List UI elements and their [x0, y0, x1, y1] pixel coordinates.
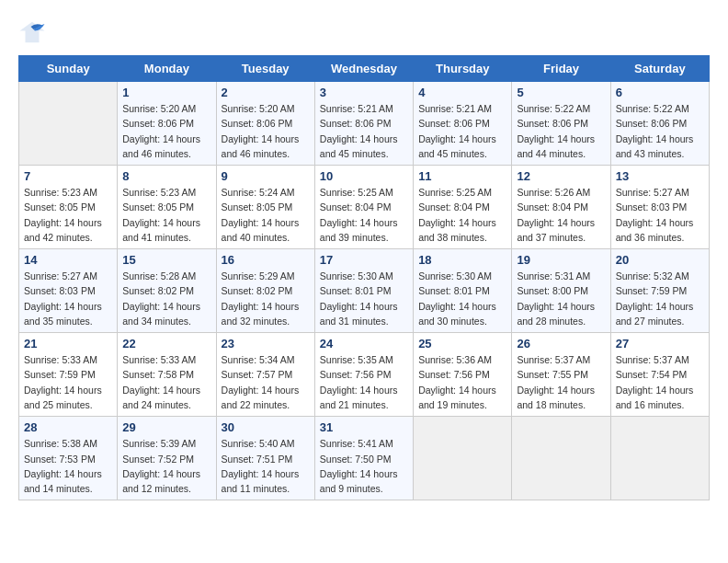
day-number: 17 [320, 253, 408, 267]
day-number: 11 [418, 169, 506, 183]
day-info: Sunrise: 5:20 AMSunset: 8:06 PMDaylight:… [222, 101, 310, 161]
day-number: 8 [122, 169, 210, 183]
day-info: Sunrise: 5:25 AMSunset: 8:04 PMDaylight:… [418, 185, 506, 245]
calendar-cell: 15Sunrise: 5:28 AMSunset: 8:02 PMDayligh… [118, 249, 216, 333]
weekday-header-saturday: Saturday [610, 56, 709, 82]
logo [18, 18, 50, 46]
calendar-week-row: 21Sunrise: 5:33 AMSunset: 7:59 PMDayligh… [19, 333, 710, 417]
calendar-cell [512, 417, 610, 500]
calendar-cell: 6Sunrise: 5:22 AMSunset: 8:06 PMDaylight… [610, 82, 709, 166]
day-number: 5 [517, 86, 605, 99]
calendar-cell: 16Sunrise: 5:29 AMSunset: 8:02 PMDayligh… [216, 249, 314, 333]
calendar-cell: 27Sunrise: 5:37 AMSunset: 7:54 PMDayligh… [610, 333, 709, 417]
day-info: Sunrise: 5:30 AMSunset: 8:01 PMDaylight:… [418, 269, 506, 328]
calendar-cell: 28Sunrise: 5:38 AMSunset: 7:53 PMDayligh… [19, 417, 118, 500]
day-number: 16 [222, 253, 310, 267]
calendar-cell: 25Sunrise: 5:36 AMSunset: 7:56 PMDayligh… [414, 333, 512, 417]
day-number: 12 [517, 169, 605, 183]
day-number: 27 [616, 337, 704, 350]
day-info: Sunrise: 5:37 AMSunset: 7:54 PMDaylight:… [616, 352, 704, 412]
calendar-cell [610, 417, 709, 500]
calendar-cell: 18Sunrise: 5:30 AMSunset: 8:01 PMDayligh… [414, 249, 512, 333]
day-number: 9 [222, 169, 310, 183]
day-info: Sunrise: 5:21 AMSunset: 8:06 PMDaylight:… [418, 101, 506, 161]
day-number: 22 [122, 337, 210, 350]
calendar-cell: 11Sunrise: 5:25 AMSunset: 8:04 PMDayligh… [414, 166, 512, 249]
calendar-week-row: 1Sunrise: 5:20 AMSunset: 8:06 PMDaylight… [19, 82, 710, 166]
day-info: Sunrise: 5:32 AMSunset: 7:59 PMDaylight:… [616, 269, 704, 328]
calendar-cell: 3Sunrise: 5:21 AMSunset: 8:06 PMDaylight… [314, 82, 413, 166]
day-info: Sunrise: 5:22 AMSunset: 8:06 PMDaylight:… [616, 101, 704, 161]
day-info: Sunrise: 5:34 AMSunset: 7:57 PMDaylight:… [222, 352, 310, 412]
calendar-cell: 4Sunrise: 5:21 AMSunset: 8:06 PMDaylight… [414, 82, 512, 166]
day-number: 23 [222, 337, 310, 350]
day-number: 7 [24, 169, 112, 183]
calendar-cell: 1Sunrise: 5:20 AMSunset: 8:06 PMDaylight… [118, 82, 216, 166]
day-info: Sunrise: 5:33 AMSunset: 7:58 PMDaylight:… [122, 352, 210, 412]
weekday-header-monday: Monday [118, 56, 216, 82]
day-number: 30 [222, 420, 310, 434]
day-number: 14 [24, 253, 112, 267]
logo-bird-icon [18, 18, 46, 46]
day-number: 2 [222, 86, 310, 99]
day-info: Sunrise: 5:39 AMSunset: 7:52 PMDaylight:… [122, 436, 210, 496]
calendar-cell [19, 82, 118, 166]
day-number: 10 [320, 169, 408, 183]
calendar-cell: 5Sunrise: 5:22 AMSunset: 8:06 PMDaylight… [512, 82, 610, 166]
calendar-cell: 12Sunrise: 5:26 AMSunset: 8:04 PMDayligh… [512, 166, 610, 249]
day-number: 18 [418, 253, 506, 267]
day-info: Sunrise: 5:23 AMSunset: 8:05 PMDaylight:… [122, 185, 210, 245]
day-info: Sunrise: 5:26 AMSunset: 8:04 PMDaylight:… [517, 185, 605, 245]
day-info: Sunrise: 5:24 AMSunset: 8:05 PMDaylight:… [222, 185, 310, 245]
day-number: 21 [24, 337, 112, 350]
calendar-week-row: 14Sunrise: 5:27 AMSunset: 8:03 PMDayligh… [19, 249, 710, 333]
day-number: 6 [616, 86, 704, 99]
day-info: Sunrise: 5:21 AMSunset: 8:06 PMDaylight:… [320, 101, 408, 161]
calendar-table: SundayMondayTuesdayWednesdayThursdayFrid… [18, 55, 710, 500]
weekday-header-wednesday: Wednesday [314, 56, 413, 82]
day-number: 28 [24, 420, 112, 434]
day-number: 26 [517, 337, 605, 350]
day-number: 4 [418, 86, 506, 99]
calendar-cell: 22Sunrise: 5:33 AMSunset: 7:58 PMDayligh… [118, 333, 216, 417]
day-info: Sunrise: 5:41 AMSunset: 7:50 PMDaylight:… [320, 436, 408, 496]
page-header [18, 18, 710, 46]
calendar-cell: 23Sunrise: 5:34 AMSunset: 7:57 PMDayligh… [216, 333, 314, 417]
day-number: 24 [320, 337, 408, 350]
calendar-cell: 31Sunrise: 5:41 AMSunset: 7:50 PMDayligh… [314, 417, 413, 500]
day-info: Sunrise: 5:28 AMSunset: 8:02 PMDaylight:… [122, 269, 210, 328]
calendar-cell: 21Sunrise: 5:33 AMSunset: 7:59 PMDayligh… [19, 333, 118, 417]
day-number: 13 [616, 169, 704, 183]
calendar-cell: 24Sunrise: 5:35 AMSunset: 7:56 PMDayligh… [314, 333, 413, 417]
calendar-cell: 17Sunrise: 5:30 AMSunset: 8:01 PMDayligh… [314, 249, 413, 333]
day-info: Sunrise: 5:36 AMSunset: 7:56 PMDaylight:… [418, 352, 506, 412]
day-info: Sunrise: 5:40 AMSunset: 7:51 PMDaylight:… [222, 436, 310, 496]
calendar-cell: 30Sunrise: 5:40 AMSunset: 7:51 PMDayligh… [216, 417, 314, 500]
day-info: Sunrise: 5:37 AMSunset: 7:55 PMDaylight:… [517, 352, 605, 412]
day-info: Sunrise: 5:27 AMSunset: 8:03 PMDaylight:… [24, 269, 112, 328]
day-number: 15 [122, 253, 210, 267]
day-number: 29 [122, 420, 210, 434]
calendar-week-row: 28Sunrise: 5:38 AMSunset: 7:53 PMDayligh… [19, 417, 710, 500]
calendar-cell: 14Sunrise: 5:27 AMSunset: 8:03 PMDayligh… [19, 249, 118, 333]
day-number: 25 [418, 337, 506, 350]
day-number: 20 [616, 253, 704, 267]
day-info: Sunrise: 5:35 AMSunset: 7:56 PMDaylight:… [320, 352, 408, 412]
weekday-header-friday: Friday [512, 56, 610, 82]
calendar-cell: 7Sunrise: 5:23 AMSunset: 8:05 PMDaylight… [19, 166, 118, 249]
day-info: Sunrise: 5:23 AMSunset: 8:05 PMDaylight:… [24, 185, 112, 245]
calendar-cell: 20Sunrise: 5:32 AMSunset: 7:59 PMDayligh… [610, 249, 709, 333]
calendar-week-row: 7Sunrise: 5:23 AMSunset: 8:05 PMDaylight… [19, 166, 710, 249]
day-info: Sunrise: 5:27 AMSunset: 8:03 PMDaylight:… [616, 185, 704, 245]
day-info: Sunrise: 5:30 AMSunset: 8:01 PMDaylight:… [320, 269, 408, 328]
day-info: Sunrise: 5:22 AMSunset: 8:06 PMDaylight:… [517, 101, 605, 161]
weekday-header-thursday: Thursday [414, 56, 512, 82]
day-info: Sunrise: 5:33 AMSunset: 7:59 PMDaylight:… [24, 352, 112, 412]
calendar-cell: 10Sunrise: 5:25 AMSunset: 8:04 PMDayligh… [314, 166, 413, 249]
day-number: 1 [122, 86, 210, 99]
weekday-header-tuesday: Tuesday [216, 56, 314, 82]
day-info: Sunrise: 5:38 AMSunset: 7:53 PMDaylight:… [24, 436, 112, 496]
calendar-cell [414, 417, 512, 500]
day-number: 31 [320, 420, 408, 434]
weekday-header-row: SundayMondayTuesdayWednesdayThursdayFrid… [19, 56, 710, 82]
